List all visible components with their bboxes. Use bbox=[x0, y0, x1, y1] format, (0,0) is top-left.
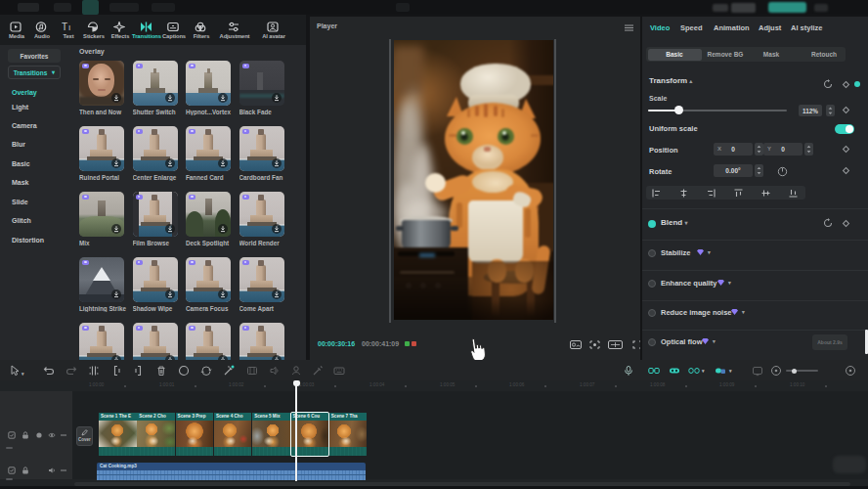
svg-text:I: I bbox=[68, 23, 70, 32]
svg-text:T: T bbox=[62, 22, 67, 32]
